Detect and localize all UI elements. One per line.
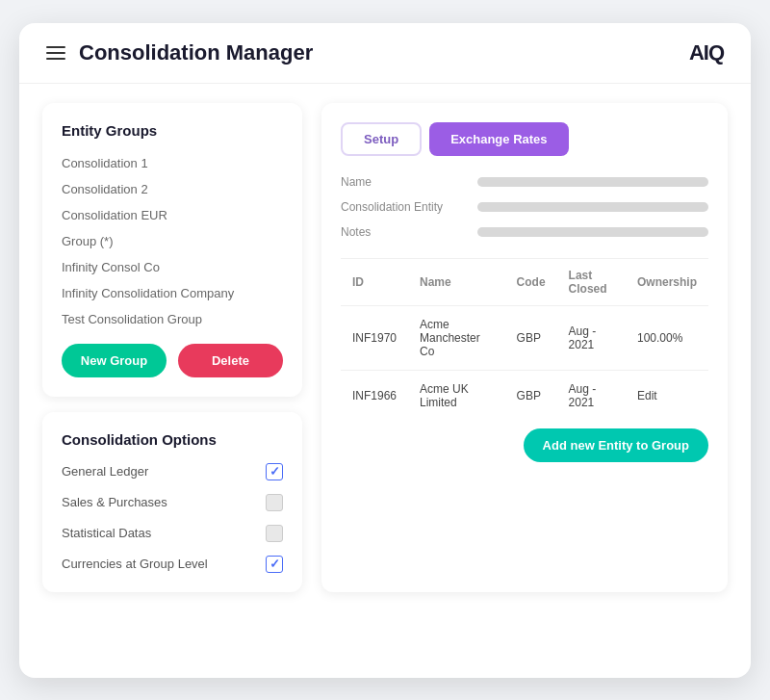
- checkbox-sales-purchases[interactable]: [266, 494, 283, 511]
- aiq-logo: AIQ: [689, 40, 724, 65]
- list-item[interactable]: Infinity Consolidation Company: [62, 284, 283, 302]
- form-label-name: Name: [341, 175, 466, 189]
- form-label-notes: Notes: [341, 225, 466, 239]
- main-content: Entity Groups Consolidation 1 Consolidat…: [19, 84, 751, 611]
- option-label: Currencies at Group Level: [62, 557, 208, 571]
- app-window: Consolidation Manager AIQ Entity Groups …: [19, 23, 751, 678]
- cell-id: INF1970: [341, 305, 408, 370]
- col-header-last-closed: Last Closed: [557, 258, 626, 305]
- add-entity-button[interactable]: Add new Entity to Group: [524, 428, 708, 462]
- form-row-notes: Notes: [341, 225, 708, 239]
- cell-ownership[interactable]: Edit: [626, 370, 708, 421]
- list-item[interactable]: Consolidation 2: [62, 180, 283, 198]
- list-item: Statistical Datas: [62, 525, 283, 542]
- col-header-code: Code: [505, 258, 557, 305]
- entity-groups-title: Entity Groups: [62, 122, 283, 139]
- entity-groups-card: Entity Groups Consolidation 1 Consolidat…: [42, 103, 302, 397]
- col-header-id: ID: [341, 258, 408, 305]
- option-label: Statistical Datas: [62, 526, 151, 540]
- col-header-ownership: Ownership: [626, 258, 708, 305]
- page-title: Consolidation Manager: [79, 40, 313, 65]
- list-item: Currencies at Group Level: [62, 556, 283, 573]
- cell-code: GBP: [505, 305, 557, 370]
- header: Consolidation Manager AIQ: [19, 23, 751, 84]
- tab-setup[interactable]: Setup: [341, 122, 422, 156]
- header-left: Consolidation Manager: [46, 40, 313, 65]
- tab-bar: Setup Exchange Rates: [341, 122, 708, 156]
- list-item[interactable]: Test Consolidation Group: [62, 310, 283, 328]
- list-item[interactable]: Infinity Consol Co: [62, 258, 283, 276]
- table-row: INF1966 Acme UK Limited GBP Aug - 2021 E…: [341, 370, 708, 421]
- form-bar-name: [477, 177, 708, 187]
- hamburger-icon[interactable]: [46, 46, 65, 60]
- right-card: Setup Exchange Rates Name Consolidation …: [321, 103, 728, 592]
- cell-ownership: 100.00%: [626, 305, 708, 370]
- left-panel: Entity Groups Consolidation 1 Consolidat…: [42, 103, 302, 592]
- consolidation-options-title: Consolidation Options: [62, 431, 283, 448]
- right-panel: Setup Exchange Rates Name Consolidation …: [321, 103, 728, 592]
- entity-list: Consolidation 1 Consolidation 2 Consolid…: [62, 154, 283, 328]
- list-item[interactable]: Consolidation EUR: [62, 206, 283, 224]
- list-item: Sales & Purchases: [62, 494, 283, 511]
- tab-exchange-rates[interactable]: Exchange Rates: [429, 122, 568, 156]
- delete-button[interactable]: Delete: [178, 344, 283, 377]
- checkbox-general-ledger[interactable]: [266, 463, 283, 480]
- checkbox-statistical-datas[interactable]: [266, 525, 283, 542]
- list-item: General Ledger: [62, 463, 283, 480]
- cell-code: GBP: [505, 370, 557, 421]
- cell-id: INF1966: [341, 370, 408, 421]
- cell-last-closed: Aug - 2021: [557, 370, 626, 421]
- entity-groups-actions: New Group Delete: [62, 344, 283, 377]
- entities-table: ID Name Code Last Closed Ownership INF19…: [341, 258, 708, 421]
- form-row-entity: Consolidation Entity: [341, 200, 708, 214]
- form-fields: Name Consolidation Entity Notes: [341, 175, 708, 239]
- cell-name: Acme Manchester Co: [408, 305, 505, 370]
- checkbox-currencies[interactable]: [266, 556, 283, 573]
- option-label: Sales & Purchases: [62, 495, 167, 509]
- form-row-name: Name: [341, 175, 708, 189]
- consolidation-options-card: Consolidation Options General Ledger Sal…: [42, 412, 302, 592]
- options-list: General Ledger Sales & Purchases Statist…: [62, 463, 283, 573]
- new-group-button[interactable]: New Group: [62, 344, 167, 377]
- col-header-name: Name: [408, 258, 505, 305]
- add-entity-row: Add new Entity to Group: [341, 428, 708, 462]
- form-label-entity: Consolidation Entity: [341, 200, 466, 214]
- list-item[interactable]: Consolidation 1: [62, 154, 283, 172]
- table-row: INF1970 Acme Manchester Co GBP Aug - 202…: [341, 305, 708, 370]
- cell-last-closed: Aug - 2021: [557, 305, 626, 370]
- form-bar-notes: [477, 227, 708, 237]
- form-bar-entity: [477, 202, 708, 212]
- option-label: General Ledger: [62, 464, 148, 479]
- cell-name: Acme UK Limited: [408, 370, 505, 421]
- list-item[interactable]: Group (*): [62, 232, 283, 250]
